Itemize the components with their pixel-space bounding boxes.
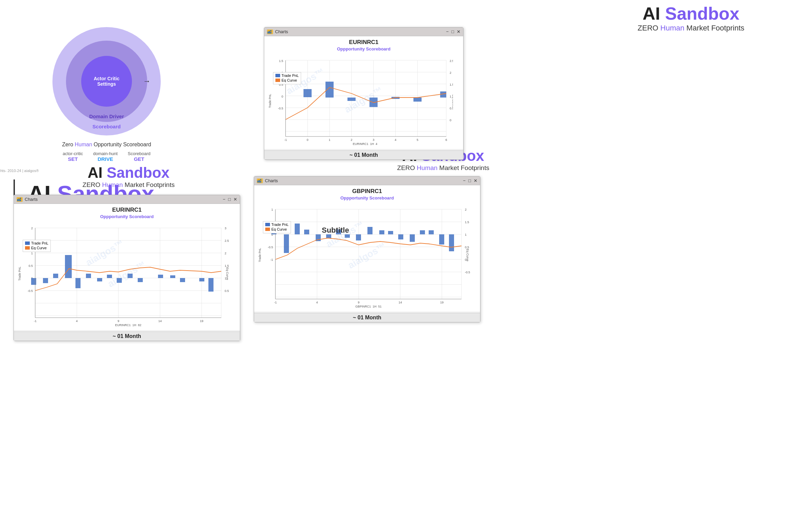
legend-item-eq-1: Eq Curve [275, 78, 299, 82]
svg-rect-49 [17, 199, 18, 201]
chart-window-title-1: Charts [275, 29, 288, 34]
maximize-btn-3[interactable]: □ [468, 178, 471, 183]
chart-icon-3 [257, 178, 263, 183]
svg-text:1: 1 [31, 252, 33, 255]
bottom-left-header: AI Sandbox ZERO Human Market Footprints [14, 164, 244, 189]
svg-text:19: 19 [200, 319, 203, 323]
svg-text:-1: -1 [284, 138, 287, 142]
legend-color-eq-3 [265, 228, 270, 231]
action-actor-critic: actor-critic SET [63, 151, 83, 162]
maximize-btn-2[interactable]: □ [228, 197, 231, 202]
minimize-btn-2[interactable]: − [223, 197, 226, 202]
chart-legend-3: Trade PnL Eq Curve [263, 221, 291, 233]
svg-rect-94 [128, 274, 133, 278]
minimize-btn-3[interactable]: − [463, 178, 466, 183]
legend-item-pnl-2: Trade PnL [25, 241, 48, 245]
svg-text:-1: -1 [270, 258, 273, 261]
svg-rect-140 [284, 234, 289, 253]
chart-window-bottom-left: Charts − □ ✕ EURINRC1 Oppportunity Score… [14, 195, 240, 341]
chart-svg-2: Trade PnL Eq Curve aialgos™ aialgos™ [17, 221, 237, 327]
svg-text:Eq Curve: Eq Curve [452, 94, 453, 107]
chart-window-top-right: Charts − □ ✕ EURINRC1 Oppportunity Score… [264, 27, 464, 160]
chart-subtitle-2: Oppportunity Scoreboard [17, 214, 237, 219]
svg-rect-89 [75, 278, 81, 288]
close-btn-2[interactable]: ✕ [233, 197, 237, 202]
svg-text:Trade PnL: Trade PnL [268, 94, 272, 108]
action-actor-critic-label: actor-critic [63, 151, 83, 156]
chart-icon-2 [17, 197, 23, 202]
bottom-left-title: AI Sandbox [14, 164, 244, 181]
svg-rect-97 [170, 275, 175, 278]
chart-titlebar-left-2: Charts [17, 197, 38, 202]
top-right-header: AI Sandbox ZERO Human Market Footprints [638, 3, 744, 33]
chart-legend-2: Trade PnL Eq Curve [23, 240, 51, 252]
action-domain-hunt-value: DRIVE [93, 156, 117, 162]
svg-text:5: 5 [416, 138, 418, 142]
chart-subtitle-1: Oppportunity Scoreboard [267, 46, 460, 51]
svg-rect-43 [391, 97, 400, 99]
action-domain-hunt: domain-hunt DRIVE [93, 151, 117, 162]
circle-mid: Actor Critic Settings → [66, 41, 147, 122]
svg-rect-152 [410, 234, 415, 242]
chart-main-title-2: EURINRC1 [17, 207, 237, 213]
svg-rect-95 [138, 278, 143, 282]
chart-subtitle-3: Oppportunity Scoreboard [257, 195, 477, 200]
svg-rect-144 [326, 234, 331, 238]
svg-text:9: 9 [117, 319, 119, 323]
action-labels: actor-critic SET domain-hunt DRIVE Score… [14, 151, 200, 162]
svg-text:3: 3 [373, 138, 374, 142]
svg-rect-150 [388, 231, 393, 234]
opp-scoreboard: Zero Human Opportunity Scoreboard [14, 142, 200, 148]
svg-text:1.5: 1.5 [450, 83, 453, 86]
svg-rect-88 [65, 255, 72, 278]
svg-text:2.5: 2.5 [450, 59, 453, 63]
svg-rect-0 [268, 31, 269, 34]
chart-titlebar-controls-2: − □ ✕ [223, 197, 237, 202]
svg-text:1: 1 [329, 138, 330, 142]
svg-rect-96 [158, 275, 163, 278]
circle-arrow-icon: → [143, 77, 151, 86]
svg-rect-100 [208, 278, 213, 292]
svg-text:0.5: 0.5 [28, 264, 33, 268]
svg-rect-142 [304, 230, 309, 234]
close-btn-1[interactable]: ✕ [457, 29, 460, 34]
ai-text-1: AI [642, 4, 660, 23]
svg-text:2: 2 [351, 138, 352, 142]
svg-text:14: 14 [158, 319, 162, 323]
chart-main-title-3: GBPINRC1 [257, 188, 477, 195]
svg-text:4: 4 [394, 138, 396, 142]
svg-text:2: 2 [225, 252, 226, 255]
svg-rect-146 [345, 234, 350, 238]
svg-rect-149 [379, 230, 384, 234]
action-scoreboard-value: GET [128, 156, 151, 162]
svg-text:Eq Curve: Eq Curve [466, 249, 469, 261]
svg-text:1.5: 1.5 [279, 59, 283, 63]
legend-item-eq-3: Eq Curve [265, 227, 289, 231]
domain-driver-label: Domain Driver [89, 113, 124, 119]
close-btn-3[interactable]: ✕ [474, 178, 477, 183]
chart-body-3: GBPINRC1 Oppportunity Scoreboard Subtitl… [254, 185, 480, 312]
svg-rect-85 [31, 278, 36, 285]
svg-rect-41 [347, 98, 356, 101]
chart-svg-3: Trade PnL Eq Curve aialgos™ aialgos™ [257, 203, 477, 309]
chart-titlebar-1: Charts − □ ✕ [264, 27, 463, 36]
maximize-btn-1[interactable]: □ [451, 29, 454, 34]
svg-rect-153 [420, 230, 425, 234]
svg-text:0.5: 0.5 [225, 289, 229, 293]
top-right-title: AI Sandbox [638, 3, 744, 24]
svg-text:1: 1 [271, 208, 273, 211]
action-scoreboard: Scoreboard GET [128, 151, 151, 162]
legend-color-eq-2 [25, 246, 30, 250]
svg-text:-1: -1 [34, 319, 37, 323]
chart-titlebar-3: Charts − □ ✕ [254, 176, 480, 185]
svg-text:0: 0 [281, 95, 283, 98]
chart-window-bottom-right: Charts − □ ✕ GBPINRC1 Oppportunity Score… [254, 176, 480, 322]
svg-rect-104 [257, 181, 258, 183]
svg-rect-90 [86, 274, 91, 278]
svg-text:2.5: 2.5 [225, 239, 229, 242]
svg-text:4: 4 [76, 319, 77, 323]
month-label-1: ~ 01 Month [264, 150, 463, 160]
svg-text:Trade PnL: Trade PnL [258, 248, 262, 262]
circle-diagram: Actor Critic Settings → Domain Driver Sc… [52, 27, 161, 135]
minimize-btn-1[interactable]: − [446, 29, 449, 34]
